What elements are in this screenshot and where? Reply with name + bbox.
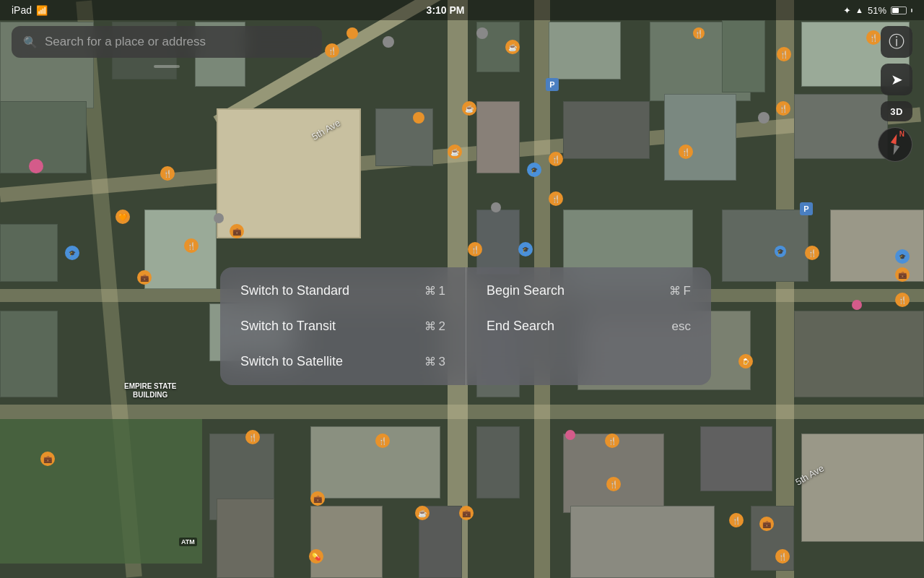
map-pin[interactable]: 🎓: [775, 246, 786, 257]
map-pin[interactable]: [413, 112, 424, 124]
battery-indicator: [891, 7, 907, 14]
cmd-icon: ⌘: [424, 355, 436, 368]
menu-item-switch-satellite[interactable]: Switch to Satellite ⌘ 3: [220, 344, 466, 379]
map-pin[interactable]: 🍴: [777, 47, 791, 61]
menu-item-end-search[interactable]: End Search esc: [466, 309, 711, 344]
compass-needle-north: [891, 133, 899, 144]
switch-standard-shortcut: ⌘ 1: [424, 284, 445, 298]
map-pin[interactable]: 🍴: [375, 434, 390, 448]
shortcut-key: F: [684, 284, 691, 298]
shortcut-key: 1: [439, 284, 445, 298]
map-pin[interactable]: 🍴: [605, 434, 619, 448]
map-pin[interactable]: 🍴: [606, 477, 621, 491]
begin-search-shortcut: ⌘ F: [669, 284, 691, 298]
end-search-label: End Search: [487, 319, 554, 334]
compass-needle-south: [891, 144, 899, 156]
map-pin[interactable]: 💊: [309, 549, 323, 564]
map-pin[interactable]: 🍴: [895, 293, 910, 307]
atm-label: ATM: [179, 538, 197, 546]
map-pin[interactable]: 💼: [40, 452, 55, 466]
cmd-icon: ⌘: [669, 284, 681, 298]
menu-item-begin-search[interactable]: Begin Search ⌘ F: [466, 273, 711, 309]
map-pin[interactable]: 🍴: [549, 152, 563, 166]
map-pin[interactable]: ☕: [415, 506, 430, 520]
map-pin[interactable]: 🍴: [325, 43, 339, 58]
clock: 3:10 PM: [427, 4, 465, 16]
map-pin[interactable]: [491, 202, 501, 212]
map-controls: ⓘ ➤ 3D N: [878, 26, 912, 162]
map-pin[interactable]: 🍴: [776, 101, 790, 116]
device-name: iPad: [12, 4, 32, 16]
map-pin[interactable]: ☕: [505, 40, 520, 54]
map-pin[interactable]: [852, 300, 862, 310]
map-pin[interactable]: 🍴: [184, 238, 199, 253]
location-button[interactable]: ➤: [881, 64, 912, 95]
map-pin[interactable]: 🍴: [160, 166, 175, 181]
end-search-shortcut: esc: [672, 319, 691, 334]
map-pin[interactable]: [346, 27, 358, 39]
compass-n-label: N: [899, 130, 905, 138]
wifi-icon: 📶: [36, 5, 48, 16]
map-pin[interactable]: [565, 430, 575, 440]
info-icon: ⓘ: [889, 31, 905, 53]
landmark-label: EMPIRE STATE BUILDING: [124, 381, 176, 399]
map-pin[interactable]: ☕: [462, 101, 476, 116]
map-pin[interactable]: 💼: [759, 517, 774, 531]
menu-item-switch-standard[interactable]: Switch to Standard ⌘ 1: [220, 273, 466, 309]
switch-satellite-label: Switch to Satellite: [240, 354, 343, 369]
map-pin[interactable]: [214, 213, 224, 223]
info-button[interactable]: ⓘ: [881, 26, 912, 58]
menu-section-right: Begin Search ⌘ F End Search esc: [466, 267, 711, 385]
search-icon: 🔍: [23, 35, 38, 49]
switch-satellite-shortcut: ⌘ 3: [424, 355, 445, 369]
switch-transit-shortcut: ⌘ 2: [424, 319, 445, 334]
search-handle: [154, 65, 180, 68]
map-pin[interactable]: [29, 159, 43, 173]
status-bar: iPad 📶 3:10 PM ✦ ▲ 51%: [0, 0, 924, 20]
search-bar[interactable]: 🔍: [12, 26, 322, 68]
map-pin[interactable]: 🍴: [245, 430, 260, 444]
map-pin[interactable]: 🍴: [693, 27, 705, 39]
switch-transit-label: Switch to Transit: [240, 319, 336, 334]
map-pin[interactable]: 🍴: [729, 513, 744, 527]
shortcut-key: esc: [672, 319, 691, 334]
switch-standard-label: Switch to Standard: [240, 283, 349, 298]
map-pin[interactable]: 🧡: [116, 210, 130, 224]
map-pin[interactable]: 🍺: [738, 354, 753, 368]
context-menu: Switch to Standard ⌘ 1 Switch to Transit…: [220, 267, 711, 385]
map-pin[interactable]: 🍴: [775, 549, 790, 564]
map-pin[interactable]: 🍴: [679, 144, 693, 159]
begin-search-label: Begin Search: [487, 283, 565, 298]
map-pin[interactable]: 🍴: [549, 191, 563, 206]
map-pin[interactable]: 💼: [137, 270, 152, 285]
search-input[interactable]: [45, 35, 310, 49]
map-pin[interactable]: 💼: [895, 267, 910, 282]
map-pin[interactable]: 💼: [310, 491, 325, 506]
shortcut-key: 3: [439, 355, 445, 369]
menu-item-switch-transit[interactable]: Switch to Transit ⌘ 2: [220, 309, 466, 344]
map-pin[interactable]: 🎓: [65, 246, 79, 260]
map-pin[interactable]: 🎓: [895, 249, 910, 264]
map-pin[interactable]: [476, 27, 488, 39]
battery-tip: [911, 9, 912, 12]
cmd-icon: ⌘: [424, 319, 436, 333]
3d-button[interactable]: 3D: [881, 101, 912, 121]
map-pin[interactable]: 🎓: [518, 242, 533, 256]
3d-label: 3D: [890, 106, 903, 117]
map-pin[interactable]: 🎓: [527, 163, 541, 177]
parking-indicator: P: [546, 78, 559, 91]
location-icon: ➤: [891, 71, 903, 88]
shortcut-key: 2: [439, 319, 445, 334]
map-pin[interactable]: ☕: [448, 144, 462, 159]
map-pin[interactable]: [758, 112, 770, 124]
bluetooth-icon: ✦: [843, 5, 851, 16]
status-left: iPad 📶: [12, 4, 48, 16]
map-pin[interactable]: [383, 36, 394, 48]
map-pin[interactable]: 🍴: [805, 246, 819, 260]
signal-icon: ▲: [855, 6, 863, 14]
compass[interactable]: N: [878, 127, 912, 162]
parking-indicator: P: [800, 202, 813, 215]
map-pin[interactable]: 🍴: [468, 242, 482, 256]
map-pin[interactable]: 💼: [459, 506, 474, 520]
map-pin[interactable]: 💼: [230, 224, 244, 238]
